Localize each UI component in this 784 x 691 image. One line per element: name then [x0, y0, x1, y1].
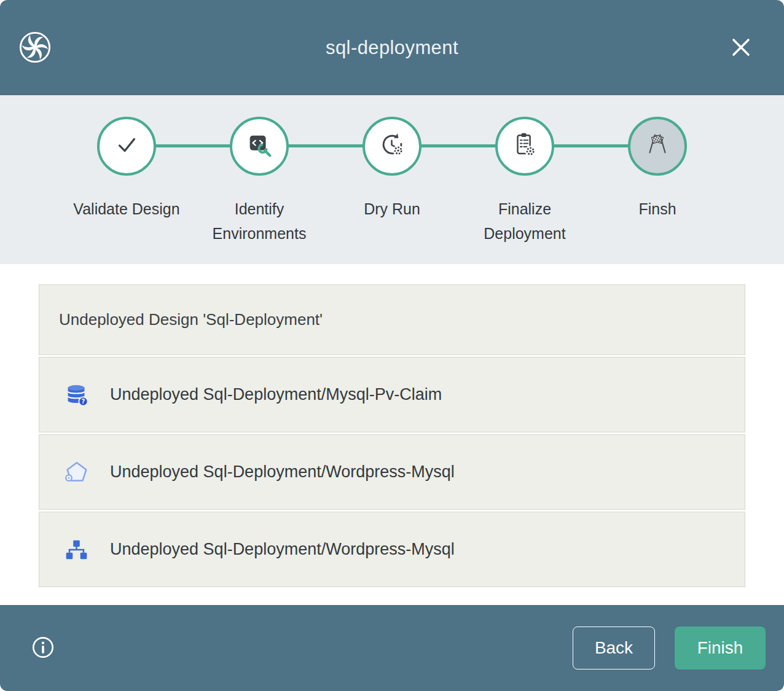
log-text: Undeployed Sql-Deployment/Mysql-Pv-Claim [110, 385, 442, 404]
wizard-stepper: Validate Design Identify Environments [0, 95, 784, 264]
log-text: Undeployed Design 'Sql-Deployment' [59, 310, 323, 329]
back-button[interactable]: Back [573, 627, 655, 670]
check-icon [112, 131, 141, 162]
log-row-mysql-pv-claim: ? Undeployed Sql-Deployment/Mysql-Pv-Cla… [39, 357, 745, 432]
log-row-wordpress-mysql-topology: Undeployed Sql-Deployment/Wordpress-Mysq… [39, 512, 745, 587]
step-label: Finalize Deployment [463, 197, 586, 246]
step-circle-identify-environments [230, 117, 289, 176]
modal-header: sql-deployment [0, 0, 784, 95]
code-wrench-icon [245, 131, 273, 162]
close-x-icon [729, 35, 753, 61]
step-circle-finish [628, 117, 687, 176]
step-validate-design: Validate Design [60, 117, 193, 246]
deployment-log: Undeployed Design 'Sql-Deployment' ? Und… [0, 264, 784, 605]
step-dry-run: Dry Run [326, 117, 458, 246]
svg-text:?: ? [82, 397, 85, 404]
checkered-flags-icon [643, 131, 672, 162]
database-icon: ? [62, 381, 90, 409]
log-text: Undeployed Sql-Deployment/Wordpress-Mysq… [110, 540, 455, 559]
step-label: Finsh [638, 197, 676, 221]
info-icon [31, 652, 55, 661]
step-finish: Finsh [591, 117, 724, 246]
rerun-gear-icon [378, 131, 406, 162]
log-row-wordpress-mysql-node: Undeployed Sql-Deployment/Wordpress-Mysq… [39, 434, 745, 510]
log-row-design: Undeployed Design 'Sql-Deployment' [39, 284, 745, 355]
node-type-icon [62, 458, 90, 486]
step-label: Identify Environments [198, 197, 321, 246]
step-circle-finalize-deployment [495, 117, 554, 176]
topology-icon [62, 536, 90, 564]
step-circle-dry-run [363, 117, 421, 176]
step-finalize-deployment: Finalize Deployment [458, 117, 591, 246]
step-label: Dry Run [364, 197, 420, 221]
close-button[interactable] [727, 34, 755, 61]
log-text: Undeployed Sql-Deployment/Wordpress-Mysq… [110, 463, 455, 482]
step-circle-validate-design [97, 117, 156, 176]
deployment-wizard-modal: sql-deployment Validate Design [0, 0, 784, 691]
step-identify-environments: Identify Environments [193, 117, 326, 246]
clipboard-gear-icon [511, 131, 539, 162]
modal-footer: Back Finish [0, 605, 784, 691]
finish-button[interactable]: Finish [675, 627, 766, 670]
swirl-logo-icon [18, 31, 52, 64]
info-button[interactable] [31, 636, 55, 660]
modal-title: sql-deployment [326, 37, 458, 59]
step-label: Validate Design [73, 197, 179, 221]
